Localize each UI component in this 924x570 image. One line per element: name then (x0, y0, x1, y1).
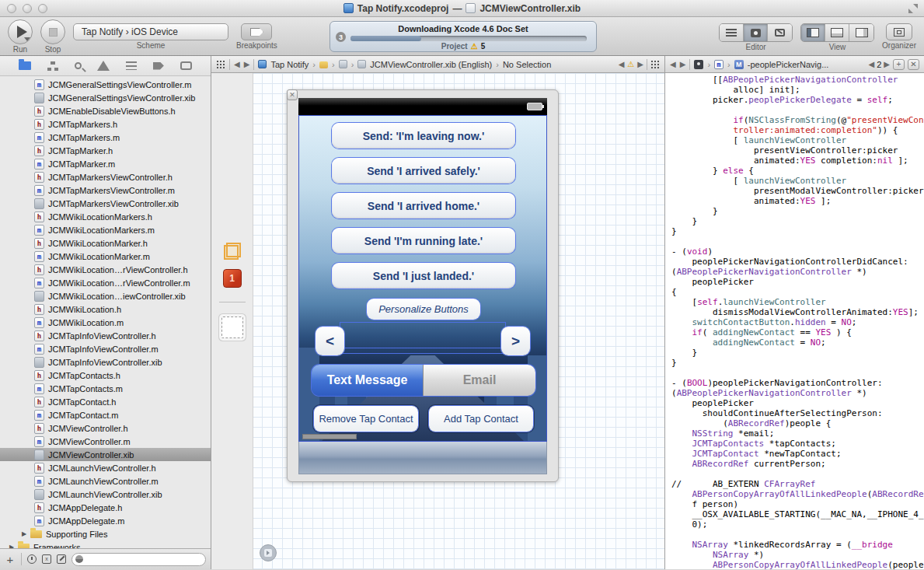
file-row[interactable]: mJCMTapContact.m (0, 408, 211, 421)
file-row[interactable]: mJCMTapInfoViewController.m (0, 342, 211, 355)
breadcrumb-method[interactable]: -peoplePickerNavig... (748, 60, 829, 69)
file-row[interactable]: hJCMTapContacts.h (0, 369, 211, 382)
file-row[interactable]: mJCMTapMarkers.m (0, 131, 211, 144)
main-view[interactable]: Send: 'I'm leaving now.'Send 'I arrived … (298, 115, 547, 442)
unsaved-files-icon[interactable] (57, 554, 66, 564)
send-message-button[interactable]: Send 'I arrived safely.' (332, 158, 515, 184)
xib-file-icon[interactable] (339, 60, 347, 68)
file-row[interactable]: JCMTapInfoViewController.xib (0, 355, 211, 369)
method-icon[interactable]: M (734, 60, 744, 69)
assistant-related-items-icon[interactable] (650, 60, 660, 69)
group-folder-icon[interactable] (319, 61, 328, 68)
log-navigator-icon[interactable] (180, 61, 192, 70)
file-row[interactable]: hJCMWikiLocation.h (0, 302, 211, 316)
xib-document-window[interactable]: ✕ (287, 89, 559, 482)
breadcrumb-project[interactable]: Tap Notify (270, 60, 309, 69)
file-row[interactable]: hJCMLaunchViewController.h (0, 461, 211, 474)
file-row[interactable]: mJCMLaunchViewController.m (0, 474, 211, 488)
file-row[interactable]: mJCMAppDelegate.m (0, 514, 211, 527)
next-page-button[interactable]: > (501, 327, 530, 355)
activity-viewer[interactable]: Downloading Xcode 4.6 Doc Set 3 Project … (330, 21, 597, 52)
group-row[interactable]: ▶Frameworks (0, 540, 211, 548)
file-row[interactable]: mJCMViewController.m (0, 435, 211, 448)
file-row[interactable]: JCMWikiLocation…iewController.xib (0, 289, 211, 302)
assistant-forward-button[interactable]: ▶ (680, 60, 686, 68)
fullscreen-icon[interactable] (908, 4, 918, 13)
assistant-editor-button[interactable] (744, 24, 768, 41)
progress-bar-element[interactable] (302, 434, 357, 439)
counterparts-icon[interactable] (694, 60, 703, 69)
file-row[interactable]: JCMLaunchViewController.xib (0, 488, 211, 501)
file-row[interactable]: mJCMWikiLocation.m (0, 316, 211, 329)
search-navigator-icon[interactable] (75, 62, 82, 69)
symbol-navigator-icon[interactable] (47, 61, 58, 71)
view-object-icon[interactable] (221, 316, 243, 338)
disclosure-triangle[interactable]: ▶ (22, 530, 30, 537)
file-row[interactable]: hJCMTapContact.h (0, 395, 211, 408)
file-row[interactable]: hJCMTapMarker.h (0, 144, 211, 157)
ib-canvas[interactable]: 1 ✕ (211, 73, 664, 569)
file-row[interactable]: hJCMTapMarkers.h (0, 117, 211, 131)
breakpoint-navigator-icon[interactable] (153, 62, 164, 70)
file-row[interactable]: hJCMTapMarkersViewController.h (0, 170, 211, 184)
prev-page-button[interactable]: < (316, 327, 344, 355)
zoom-window-button[interactable] (38, 4, 47, 13)
close-icon[interactable]: ✕ (287, 89, 298, 100)
personalize-buttons-button[interactable]: Personalize Buttons (367, 299, 480, 320)
segment-text-message[interactable]: Text Message (312, 365, 424, 396)
recent-files-icon[interactable] (27, 554, 37, 564)
first-responder-icon[interactable]: 1 (223, 269, 242, 288)
breakpoints-button[interactable] (241, 23, 272, 40)
dock-toggle-button[interactable] (260, 544, 277, 561)
minimize-window-button[interactable] (23, 4, 32, 13)
forward-button[interactable]: ▶ (244, 60, 250, 68)
send-message-button[interactable]: Send 'I'm running late.' (332, 228, 515, 254)
segment-email[interactable]: Email (424, 365, 535, 396)
debug-navigator-icon[interactable] (126, 61, 137, 70)
utilities-panel-button[interactable] (849, 24, 873, 41)
back-button[interactable]: ◀ (234, 60, 240, 68)
add-assistant-editor-button[interactable]: + (893, 59, 905, 70)
project-navigator-icon[interactable] (19, 61, 31, 70)
standard-editor-button[interactable] (720, 24, 744, 41)
prev-counterpart-button[interactable]: ◀ (868, 60, 874, 68)
file-row[interactable]: JCMViewController.xib (0, 448, 211, 461)
send-message-button[interactable]: Send 'I just landed.' (332, 263, 515, 288)
selected-element-outline[interactable] (340, 322, 506, 354)
file-row[interactable]: mJCMTapMarker.m (0, 157, 211, 170)
stop-button[interactable] (40, 19, 65, 44)
file-row[interactable]: mJCMWikiLocation…rViewController.m (0, 276, 211, 289)
scheme-selector[interactable]: Tap Notify › iOS Device (73, 23, 228, 40)
file-row[interactable]: hJCMViewController.h (0, 421, 211, 435)
send-message-button[interactable]: Send 'I arrived home.' (332, 193, 515, 219)
debug-panel-button[interactable] (825, 24, 849, 41)
next-issue-button[interactable]: ▶ (637, 60, 643, 68)
file-row[interactable]: hJCMWikiLocation…rViewController.h (0, 263, 211, 276)
add-button[interactable]: + (5, 553, 16, 566)
close-assistant-editor-button[interactable]: ✕ (908, 59, 919, 70)
assistant-back-button[interactable]: ◀ (670, 60, 676, 68)
file-row[interactable]: hJCMEnableDisableViewButtons.h (0, 104, 211, 117)
file-row[interactable]: mJCMWikiLocationMarker.m (0, 250, 211, 263)
file-row[interactable]: hJCMWikiLocationMarkers.h (0, 210, 211, 223)
breadcrumb-file[interactable]: JCMViewController.xib (English) (370, 60, 492, 69)
file-row[interactable]: hJCMTapInfoViewController.h (0, 329, 211, 342)
next-counterpart-button[interactable]: ▶ (884, 60, 890, 68)
files-owner-icon[interactable] (224, 243, 241, 260)
source-code-editor[interactable]: [[ABPeoplePickerNavigationController all… (665, 73, 924, 569)
file-row[interactable]: mJCMWikiLocationMarkers.m (0, 223, 211, 236)
add-tap-contact-button[interactable]: Add Tap Contact (429, 406, 533, 432)
file-row[interactable]: hJCMAppDelegate.h (0, 501, 211, 514)
group-row[interactable]: ▶Supporting Files (0, 527, 211, 540)
file-row[interactable]: hJCMWikiLocationMarker.h (0, 236, 211, 250)
file-row[interactable]: JCMTapMarkersViewController.xib (0, 197, 211, 210)
remove-tap-contact-button[interactable]: Remove Tap Contact (314, 406, 418, 432)
organizer-button[interactable] (886, 23, 912, 40)
close-window-button[interactable] (7, 4, 16, 13)
scm-status-icon[interactable]: x (42, 554, 51, 564)
file-row[interactable]: mJCMTapMarkersViewController.m (0, 184, 211, 197)
implementation-file-icon[interactable]: m (714, 60, 724, 69)
breadcrumb-selection[interactable]: No Selection (503, 60, 551, 69)
version-editor-button[interactable] (768, 24, 792, 41)
related-items-icon[interactable] (216, 60, 225, 69)
